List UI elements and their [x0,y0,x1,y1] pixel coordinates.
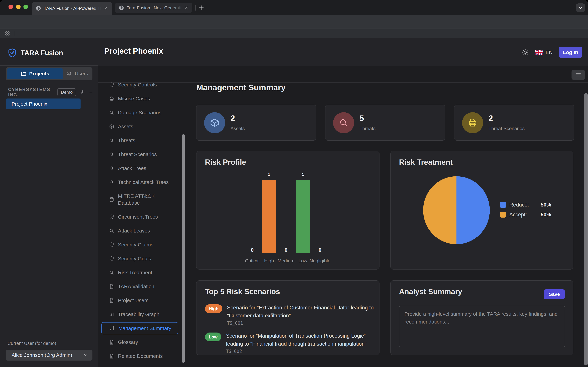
bar-category-label: Low [298,258,307,264]
top5-title: Top 5 Risk Scenarios [205,287,280,296]
sidebar-footer-divider [0,337,98,337]
page-scrollbar-thumb[interactable] [584,93,588,366]
nav-item[interactable]: Project Users [98,293,183,307]
legend-label: Accept: [509,212,533,218]
nav-item[interactable]: Traceability Graph [98,307,183,321]
bar-value-label: 0 [251,247,254,253]
bar-low [296,180,310,253]
risk-profile-plot: Critical0High1Medium0Low1Negligible0 [196,151,379,269]
nav-item-label: Traceability Graph [118,311,177,318]
nav-item-label: Circumvent Trees [118,213,177,220]
risk-scenario-item[interactable]: Low Scenario for "Manipulation of Transa… [205,332,373,354]
nav-item[interactable]: Risk Treatment [98,266,183,280]
nav-item-icon [109,110,114,115]
pie-legend: Reduce: 50% Accept: 50% [500,202,551,218]
export-icon[interactable] [80,90,85,95]
severity-badge: Low [205,333,221,341]
current-user-label: Current User (for demo) [8,341,56,346]
current-user-value: Alice Johnson (Org Admin) [12,352,83,358]
tab-users[interactable]: Users [63,68,91,79]
organization-name: CYBERSYSTEMS INC. [8,87,53,98]
screen: TARA Fusion - AI-Powered Th Tara-Fusion … [0,0,588,367]
nav-item[interactable]: Related Documents [98,349,183,363]
risk-treatment-title: Risk Treatment [399,158,452,167]
nav-item[interactable]: TARA Validation [98,280,183,293]
bar-category-label: Negligible [310,258,331,264]
nav-item[interactable]: Threats [98,133,183,147]
stat-icon [339,118,349,128]
theme-toggle-sun-icon[interactable] [522,49,529,56]
nav-item[interactable]: MITRE ATT&CK Database [98,189,183,210]
project-item-selected[interactable]: Project Phoenix [6,99,81,109]
top5-risk-card: Top 5 Risk Scenarios High Scenario for "… [196,280,379,355]
nav-scrollbar-thumb[interactable] [182,134,185,363]
nav-item-icon [109,166,114,171]
close-window-button[interactable] [9,5,13,9]
severity-badge: High [205,304,222,313]
nav-item[interactable]: Attack Leaves [98,224,183,238]
demo-badge: Demo [58,88,76,96]
menu-button[interactable] [571,70,585,80]
nav-item[interactable]: Security Goals [98,252,183,266]
nav-item[interactable]: Assets [98,120,183,133]
legend-swatch [500,202,506,208]
stat-icon-circle [204,112,225,133]
nav-item-label: Related Documents [118,353,177,359]
stat-value: 2 [230,114,235,123]
nav-item-icon [109,214,114,219]
nav-item-label: Risk Treatment [118,269,177,276]
nav-item-label: Project Users [118,297,177,304]
new-tab-button[interactable] [197,4,205,12]
browser-tab-active[interactable]: TARA Fusion - AI-Powered Th [32,2,112,15]
nav-item[interactable]: Security Controls [98,83,183,92]
hamburger-icon [575,72,581,78]
tab-search-button[interactable] [576,3,585,12]
nav-item-icon [110,326,115,331]
add-project-icon[interactable] [89,90,93,95]
close-tab-icon[interactable] [104,6,108,10]
browser-tab-inactive[interactable]: Tara-Fusion | Next-Generation [115,3,192,13]
zoom-window-button[interactable] [24,5,28,9]
nav-item[interactable]: Misuse Cases [98,92,183,106]
login-button[interactable]: Log In [559,47,582,58]
current-user-select[interactable]: Alice Johnson (Org Admin) [6,350,93,360]
nav-item[interactable]: Security Claims [98,238,183,252]
legend-row: Reduce: 50% [500,202,551,208]
stat-label: Threat Scenarios [488,126,525,131]
language-switcher[interactable]: EN [535,50,553,55]
content-area: Security Controls Misuse Cases Damage Sc… [98,83,588,367]
project-nav: Security Controls Misuse Cases Damage Sc… [98,83,183,363]
stat-value: 5 [359,114,364,123]
nav-item-label: TARA Validation [118,283,177,290]
close-tab-icon[interactable] [184,6,189,10]
sidebar-divider [0,65,98,66]
tab-projects[interactable]: Projects [7,68,63,79]
save-button[interactable]: Save [544,289,565,299]
nav-item-label: Security Claims [118,241,177,248]
project-item-label: Project Phoenix [12,101,47,107]
page-title: Management Summary [196,83,286,92]
nav-item-label: MITRE ATT&CK Database [118,193,177,206]
analyst-summary-textarea[interactable] [399,306,565,347]
chevron-down-icon [83,352,88,358]
language-code: EN [545,50,553,55]
nav-item[interactable]: Attack Trees [98,161,183,175]
nav-item-label: Management Summary [118,325,178,332]
bookmarks-divider [15,31,15,36]
nav-item[interactable]: Glossary [98,335,183,349]
brand[interactable]: TARA Fusion [8,48,63,58]
risk-scenario-item[interactable]: High Scenario for "Extraction of Custome… [205,304,373,326]
apps-grid-icon[interactable] [5,31,10,36]
legend-label: Reduce: [509,202,533,208]
nav-item[interactable]: Damage Scenarios [98,106,183,120]
stat-icon [210,118,220,128]
nav-item[interactable]: Circumvent Trees [98,210,183,224]
analyst-summary-card: Analyst Summary Save [390,280,573,355]
nav-item-label: Security Controls [118,83,177,88]
nav-item[interactable]: Technical Attack Trees [98,175,183,189]
minimize-window-button[interactable] [16,5,21,9]
nav-item-icon [109,124,114,129]
nav-item[interactable]: Threat Scenarios [98,147,183,161]
nav-item-icon [109,284,114,289]
nav-item[interactable]: Management Summary [102,322,178,334]
